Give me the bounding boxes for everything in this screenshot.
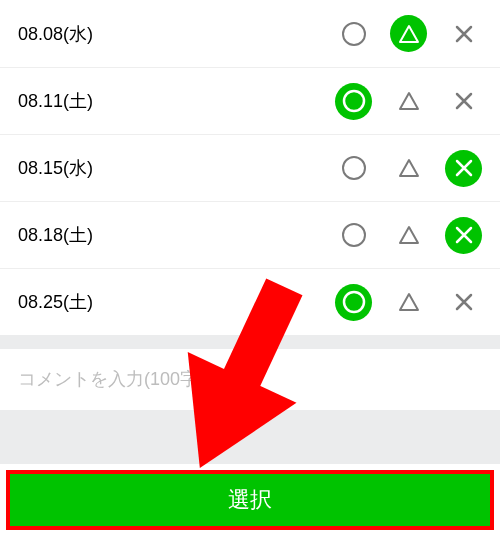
select-button-label: 選択	[228, 485, 272, 515]
circle-icon	[340, 87, 368, 115]
option-triangle[interactable]	[390, 284, 427, 321]
circle-icon	[340, 20, 368, 48]
date-label: 08.08(水)	[18, 22, 335, 46]
option-circle[interactable]	[335, 150, 372, 187]
select-button[interactable]: 選択	[6, 470, 494, 530]
circle-icon	[340, 221, 368, 249]
option-cross[interactable]	[445, 150, 482, 187]
cross-icon	[453, 23, 475, 45]
list-item: 08.11(土)	[0, 67, 500, 134]
triangle-icon	[397, 290, 421, 314]
option-group	[335, 15, 482, 52]
option-group	[335, 217, 482, 254]
circle-icon	[340, 154, 368, 182]
svg-point-2	[343, 157, 365, 179]
comment-input[interactable]	[18, 369, 482, 390]
date-label: 08.25(土)	[18, 290, 335, 314]
triangle-icon	[397, 223, 421, 247]
triangle-icon	[397, 156, 421, 180]
option-triangle[interactable]	[390, 150, 427, 187]
option-cross[interactable]	[445, 284, 482, 321]
circle-icon	[340, 288, 368, 316]
svg-point-1	[344, 91, 364, 111]
option-circle[interactable]	[335, 284, 372, 321]
option-cross[interactable]	[445, 83, 482, 120]
option-cross[interactable]	[445, 15, 482, 52]
cross-icon	[453, 224, 475, 246]
option-triangle[interactable]	[390, 83, 427, 120]
submit-section: 選択	[0, 464, 500, 536]
svg-point-3	[343, 224, 365, 246]
list-item: 08.08(水)	[0, 0, 500, 67]
option-group	[335, 83, 482, 120]
option-group	[335, 284, 482, 321]
option-circle[interactable]	[335, 83, 372, 120]
option-triangle[interactable]	[390, 217, 427, 254]
list-item: 08.15(水)	[0, 134, 500, 201]
date-label: 08.15(水)	[18, 156, 335, 180]
triangle-icon	[397, 89, 421, 113]
option-cross[interactable]	[445, 217, 482, 254]
list-item: 08.18(土)	[0, 201, 500, 268]
svg-point-0	[343, 23, 365, 45]
comment-section	[0, 349, 500, 410]
svg-point-4	[344, 292, 364, 312]
date-label: 08.11(土)	[18, 89, 335, 113]
list-item: 08.25(土)	[0, 268, 500, 335]
option-triangle[interactable]	[390, 15, 427, 52]
cross-icon	[453, 90, 475, 112]
date-label: 08.18(土)	[18, 223, 335, 247]
option-circle[interactable]	[335, 217, 372, 254]
cross-icon	[453, 291, 475, 313]
option-circle[interactable]	[335, 15, 372, 52]
option-group	[335, 150, 482, 187]
date-option-list: 08.08(水) 08.11(土) 08	[0, 0, 500, 335]
cross-icon	[453, 157, 475, 179]
triangle-icon	[397, 22, 421, 46]
